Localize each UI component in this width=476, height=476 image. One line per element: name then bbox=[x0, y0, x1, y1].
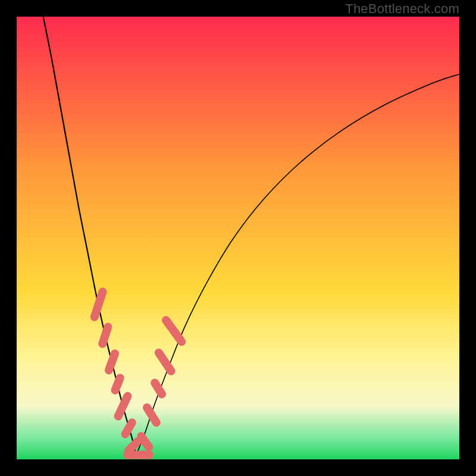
bead-marker bbox=[149, 377, 168, 400]
bead-marker bbox=[104, 348, 120, 375]
plot-area bbox=[17, 17, 459, 459]
watermark-text: TheBottleneck.com bbox=[345, 1, 459, 17]
bead-marker bbox=[112, 391, 133, 422]
curve-layer bbox=[17, 17, 459, 459]
bead-marker bbox=[120, 417, 137, 440]
curve-right-branch bbox=[136, 74, 459, 455]
curve-left-branch bbox=[43, 17, 136, 455]
bead-marker bbox=[153, 347, 177, 377]
bead-marker bbox=[109, 372, 126, 396]
bead-marker bbox=[89, 287, 108, 322]
bead-marker bbox=[141, 402, 162, 428]
bead-marker bbox=[97, 322, 113, 349]
bead-marker bbox=[123, 451, 154, 459]
highlight-beads bbox=[89, 287, 187, 459]
chart-frame: TheBottleneck.com bbox=[0, 0, 476, 476]
